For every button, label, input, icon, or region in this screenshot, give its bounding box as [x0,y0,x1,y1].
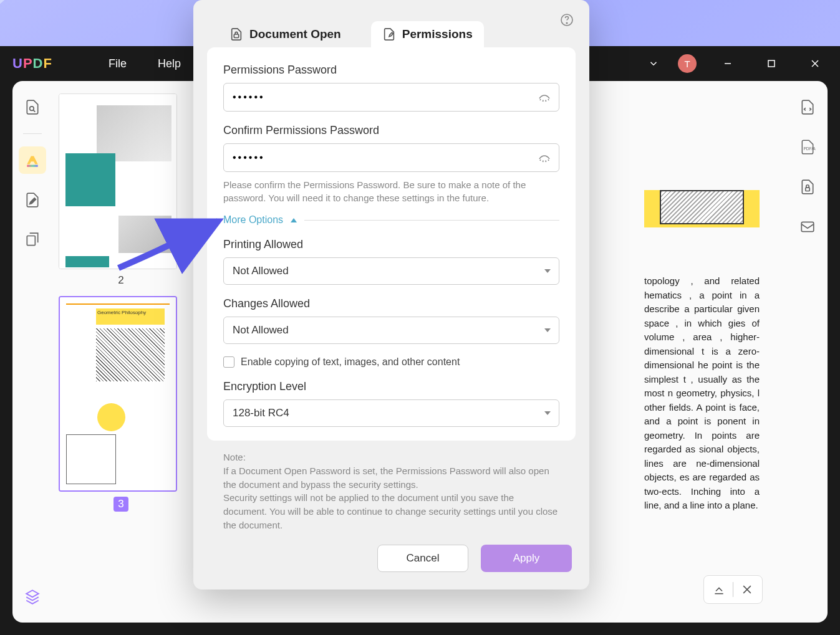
left-toolbar [12,81,52,623]
note-line-1: If a Document Open Password is set, the … [223,464,559,492]
maximize-button[interactable] [759,51,784,76]
svg-rect-1 [768,60,775,67]
minimize-button[interactable] [715,51,740,76]
help-icon[interactable] [559,12,574,27]
tab-document-open-label: Document Open [249,27,341,41]
encryption-select[interactable]: 128-bit RC4 [223,399,559,427]
doc-image-block [660,190,744,224]
svg-point-14 [566,22,567,24]
perm-password-input[interactable] [223,83,559,112]
tab-document-open[interactable]: Document Open [218,21,352,47]
highlight-tool-icon[interactable] [19,146,46,174]
printing-label: Printing Allowed [223,238,559,251]
menu-file[interactable]: File [109,57,127,70]
doc-body-text: topology , and related hematics , a poin… [644,274,760,513]
pages-tool-icon[interactable] [19,226,46,254]
tab-permissions[interactable]: Permissions [371,21,484,47]
more-options-toggle[interactable]: More Options [223,214,559,226]
perm-password-label: Permissions Password [223,64,559,77]
svg-rect-15 [234,34,238,38]
chevron-down-icon [544,411,551,415]
page-thumbnail-2[interactable] [59,93,177,269]
menu-help[interactable]: Help [158,57,181,70]
dialog-note: Note: If a Document Open Password is set… [193,441,589,538]
cancel-button[interactable]: Cancel [377,545,468,572]
page-thumbnail-3[interactable]: Geometric Philosophy [59,296,177,492]
close-window-button[interactable] [803,51,828,76]
lock-doc-icon [229,27,243,41]
security-dialog: Document Open Permissions Permissions Pa… [193,0,589,590]
convert-icon[interactable] [794,93,821,121]
enable-copy-checkbox[interactable] [223,356,234,368]
svg-point-4 [30,107,34,111]
chevron-down-icon [544,328,551,332]
dialog-tabs: Document Open Permissions [193,0,589,47]
app-logo: UPDF [12,55,52,72]
svg-rect-12 [801,222,814,231]
encryption-label: Encryption Level [223,380,559,393]
main-menu: File Help [109,57,181,70]
more-options-label: More Options [223,214,283,226]
pdfa-icon[interactable]: PDF/A [794,133,821,161]
find-toolbar [703,575,763,604]
thumbnails-panel: 2 Geometric Philosophy 3 [52,81,190,623]
toggle-visibility-icon[interactable] [537,90,552,105]
svg-rect-5 [27,165,37,167]
enable-copy-label: Enable copying of text, images, and othe… [241,356,460,368]
toggle-visibility-icon[interactable] [537,150,552,165]
share-icon[interactable] [794,213,821,241]
note-line-2: Security settings will not be applied to… [223,491,559,532]
svg-rect-6 [27,236,35,246]
confirm-password-label: Confirm Permissions Password [223,124,559,137]
titlebar-dropdown[interactable] [648,58,659,69]
apply-button[interactable]: Apply [481,545,572,572]
right-toolbar: PDF/A [788,81,828,623]
search-tool-icon[interactable] [19,93,46,121]
edit-tool-icon[interactable] [19,186,46,214]
perms-doc-icon [382,27,396,41]
svg-text:PDF/A: PDF/A [804,146,816,151]
confirm-password-input[interactable] [223,143,559,172]
printing-select[interactable]: Not Allowed [223,257,559,285]
changes-select[interactable]: Not Allowed [223,317,559,344]
note-title: Note: [223,451,559,464]
collapse-triangle-icon [291,218,297,222]
protect-icon[interactable] [794,173,821,201]
user-avatar[interactable]: T [678,54,697,73]
changes-label: Changes Allowed [223,297,559,310]
svg-rect-11 [806,188,810,191]
find-prev-icon[interactable] [713,583,725,596]
chevron-down-icon [544,269,551,273]
confirm-hint-text: Please confirm the Permissions Password.… [223,178,559,204]
tab-permissions-label: Permissions [402,27,473,41]
layers-icon[interactable] [19,583,46,610]
thumb-number-3: 3 [113,497,128,512]
thumb-number-2: 2 [59,274,183,287]
find-close-icon[interactable] [741,583,753,596]
